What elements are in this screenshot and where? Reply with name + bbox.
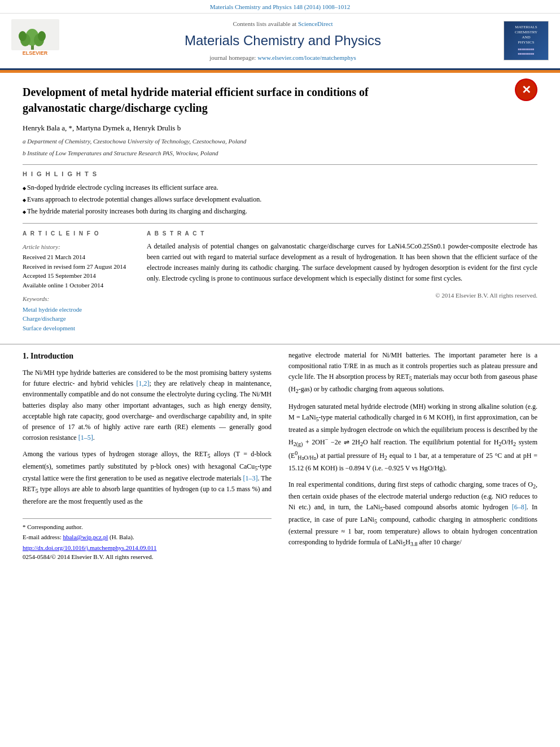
- intro-section-title: 1. Introduction: [23, 350, 272, 362]
- ref-6-8[interactable]: [6–8]: [512, 503, 527, 511]
- body-section: 1. Introduction The Ni/MH type hydride b…: [0, 344, 560, 573]
- crossmark-icon: ✕: [515, 78, 537, 101]
- doi-link[interactable]: http://dx.doi.org/10.1016/j.matchemphys.…: [23, 544, 156, 551]
- svg-text:✕: ✕: [522, 84, 531, 96]
- divider-highlights: [23, 164, 537, 165]
- issn-line: 0254-0584/© 2014 Elsevier B.V. All right…: [23, 552, 272, 562]
- header-middle: Contents lists available at ScienceDirec…: [62, 19, 504, 63]
- footnote-corresponding: * Corresponding author.: [23, 522, 272, 532]
- abstract-label: A B S T R A C T: [147, 229, 537, 238]
- journal-reference-bar: Materials Chemistry and Physics 148 (201…: [0, 0, 560, 14]
- journal-mini-logo: MATERIALS CHEMISTRY AND PHYSICS ■■■■■■■■…: [504, 21, 549, 60]
- abstract-text: A detailed analysis of potential changes…: [147, 241, 537, 285]
- authors-line: Henryk Bala a, *, Martyna Dymek a, Henry…: [23, 123, 537, 134]
- elsevier-logo: ELSEVIER: [11, 19, 62, 62]
- divider-article-info: [23, 223, 537, 224]
- svg-text:ELSEVIER: ELSEVIER: [23, 50, 48, 56]
- highlight-item-2: Evans approach to electrode potential ch…: [23, 194, 537, 204]
- highlights-label: H I G H L I G H T S: [23, 169, 537, 179]
- history-label: Article history:: [23, 242, 135, 252]
- body-right-col: negative electrode material for Ni/MH ba…: [288, 350, 537, 562]
- journal-reference-text: Materials Chemistry and Physics 148 (201…: [210, 3, 351, 10]
- right-para-3: In real experimental conditions, during …: [288, 479, 537, 549]
- intro-para-2: Among the various types of hydrogen stor…: [23, 449, 272, 507]
- keyword-2: Charge/discharge: [23, 314, 135, 324]
- ref-1-5[interactable]: [1–5]: [78, 434, 93, 442]
- keyword-3: Surface development: [23, 324, 135, 333]
- info-abstract-area: A R T I C L E I N F O Article history: R…: [23, 229, 537, 333]
- highlights-list: Sn-doped hydride electrode cycling incre…: [23, 182, 537, 216]
- highlight-item-1: Sn-doped hydride electrode cycling incre…: [23, 182, 537, 193]
- ref-1-3[interactable]: [1–3]: [243, 474, 257, 482]
- keywords-label: Keywords:: [23, 294, 135, 304]
- journal-header: ELSEVIER Contents lists available at Sci…: [0, 14, 560, 70]
- right-para-2: Hydrogen saturated metal hydride electro…: [288, 401, 537, 474]
- keyword-1: Metal hydride electrode: [23, 305, 135, 314]
- homepage-line: journal homepage: www.elsevier.com/locat…: [73, 53, 492, 63]
- article-title: Development of metal hydride material ef…: [23, 84, 418, 116]
- intro-para-1: The Ni/MH type hydride batteries are con…: [23, 368, 272, 443]
- footnotes-area: * Corresponding author. E-mail address: …: [23, 518, 272, 562]
- journal-title: Materials Chemistry and Physics: [73, 30, 492, 51]
- abstract-panel: A B S T R A C T A detailed analysis of p…: [147, 229, 537, 333]
- footnote-email: E-mail address: hbala@wip.pcz.pl (H. Bal…: [23, 532, 272, 542]
- right-para-1: negative electrode material for Ni/MH ba…: [288, 350, 537, 396]
- received-date: Received 21 March 2014: [23, 252, 135, 262]
- article-section: ✕ Development of metal hydride material …: [0, 73, 560, 344]
- accepted-date: Accepted 15 September 2014: [23, 271, 135, 281]
- affiliation-b: b Institute of Low Temperatures and Stru…: [23, 148, 537, 158]
- article-info-panel: A R T I C L E I N F O Article history: R…: [23, 229, 135, 333]
- body-left-col: 1. Introduction The Ni/MH type hydride b…: [23, 350, 272, 562]
- email-link[interactable]: hbala@wip.pcz.pl: [63, 534, 108, 540]
- journal-mini-logo-area: MATERIALS CHEMISTRY AND PHYSICS ■■■■■■■■…: [504, 21, 549, 60]
- svg-point-5: [19, 31, 27, 41]
- body-two-col: 1. Introduction The Ni/MH type hydride b…: [23, 350, 537, 562]
- homepage-link[interactable]: www.elsevier.com/locate/matchemphys: [257, 54, 356, 61]
- highlight-item-3: The hydride material porosity increases …: [23, 206, 537, 216]
- revised-date: Received in revised form 27 August 2014: [23, 262, 135, 272]
- copyright-text: © 2014 Elsevier B.V. All rights reserved…: [147, 291, 537, 300]
- doi-line[interactable]: http://dx.doi.org/10.1016/j.matchemphys.…: [23, 543, 272, 553]
- crossmark-badge[interactable]: ✕: [515, 78, 537, 101]
- affiliation-a: a Department of Chemistry, Czestochowa U…: [23, 137, 537, 146]
- svg-point-6: [38, 31, 46, 41]
- sciencedirect-line: Contents lists available at ScienceDirec…: [73, 19, 492, 29]
- ref-1-2[interactable]: [1,2]: [137, 379, 150, 387]
- sciencedirect-link[interactable]: ScienceDirect: [298, 20, 333, 27]
- available-date: Available online 1 October 2014: [23, 281, 135, 290]
- article-info-label: A R T I C L E I N F O: [23, 229, 135, 238]
